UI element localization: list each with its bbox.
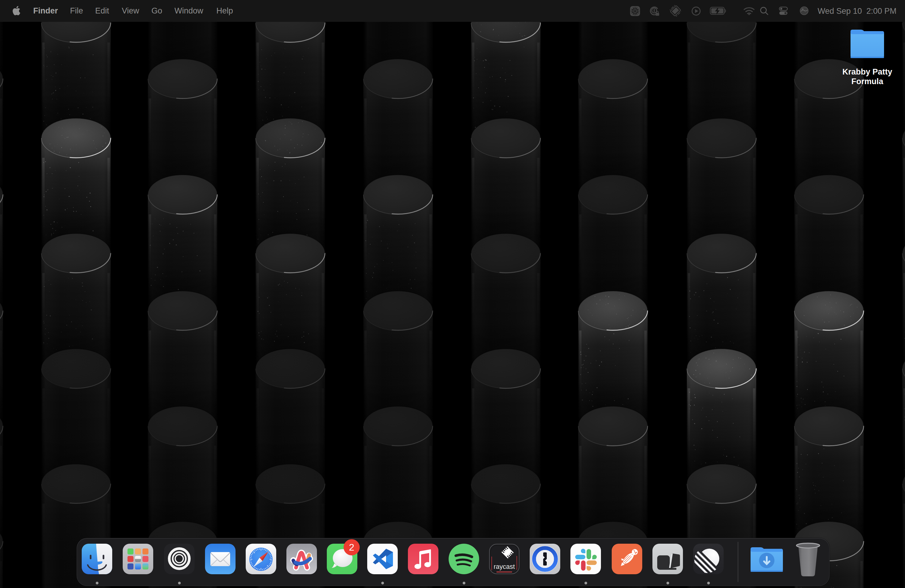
- svg-text:2: 2: [349, 542, 354, 553]
- svg-text:raycast: raycast: [494, 563, 515, 571]
